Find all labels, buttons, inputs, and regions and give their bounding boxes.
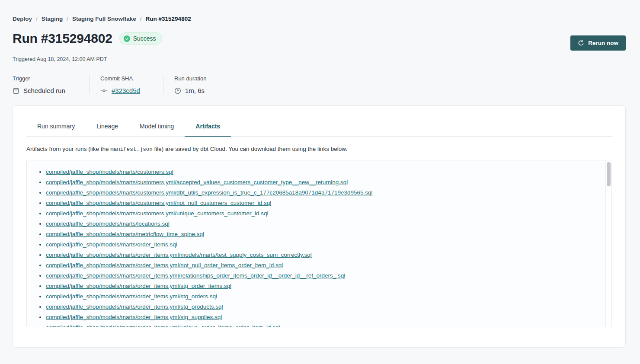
commit-sha-link[interactable]: #323cd5d: [112, 87, 140, 94]
run-detail-card: Run summary Lineage Model timing Artifac…: [13, 105, 626, 348]
artifact-file-link[interactable]: compiled/jaffle_shop/models/marts/order_…: [46, 314, 222, 320]
artifacts-list-box: compiled/jaffle_shop/models/marts/custom…: [26, 160, 612, 327]
meta-commit-label: Commit SHA: [100, 75, 152, 82]
meta-trigger: Trigger Scheduled run: [13, 75, 78, 94]
meta-commit: Commit SHA #323cd5d: [100, 75, 152, 94]
artifact-list-item: compiled/jaffle_shop/models/marts/order_…: [46, 271, 611, 281]
artifact-list-item: compiled/jaffle_shop/models/marts/order_…: [46, 291, 611, 302]
tab-bar: Run summary Lineage Model timing Artifac…: [26, 117, 612, 137]
breadcrumb-current-run: Run #315294802: [146, 16, 191, 22]
artifact-file-link[interactable]: compiled/jaffle_shop/models/marts/order_…: [46, 241, 177, 248]
artifact-list-item: compiled/jaffle_shop/models/marts/order_…: [46, 260, 611, 271]
run-detail-page: Deploy / Staging / Staging Full Snowflak…: [0, 0, 640, 348]
rerun-now-button[interactable]: Rerun now: [570, 35, 626, 51]
artifact-file-link[interactable]: compiled/jaffle_shop/models/marts/order_…: [46, 252, 312, 258]
artifact-file-link[interactable]: compiled/jaffle_shop/models/marts/locati…: [46, 220, 170, 227]
scrollbar-track[interactable]: [605, 160, 611, 327]
success-check-icon: [124, 35, 130, 42]
meta-divider: [89, 75, 90, 94]
artifact-file-link[interactable]: compiled/jaffle_shop/models/marts/custom…: [46, 200, 271, 206]
artifact-file-link[interactable]: compiled/jaffle_shop/models/marts/order_…: [46, 283, 231, 289]
artifact-file-link[interactable]: compiled/jaffle_shop/models/marts/order_…: [46, 272, 345, 279]
triggered-timestamp: Triggered Aug 18, 2024, 12:00 AM PDT: [13, 56, 626, 62]
breadcrumb-separator: /: [36, 16, 38, 22]
meta-duration-value: 1m, 6s: [185, 87, 205, 94]
calendar-icon: [13, 87, 19, 94]
tab-lineage[interactable]: Lineage: [86, 117, 129, 137]
manifest-json-code: manifest.json: [110, 147, 153, 153]
artifact-file-link[interactable]: compiled/jaffle_shop/models/marts/custom…: [46, 169, 173, 175]
meta-divider: [163, 75, 163, 94]
artifacts-description: Artifacts from your runs (like the manif…: [26, 146, 612, 153]
artifact-list-item: compiled/jaffle_shop/models/marts/order_…: [46, 322, 611, 327]
meta-duration: Run duration 1m, 6s: [174, 75, 206, 94]
tab-model-timing[interactable]: Model timing: [129, 117, 185, 137]
page-title: Run #315294802: [13, 31, 112, 46]
breadcrumb-separator: /: [140, 16, 142, 22]
breadcrumb: Deploy / Staging / Staging Full Snowflak…: [13, 0, 626, 22]
status-badge-label: Success: [133, 35, 156, 42]
artifact-file-link[interactable]: compiled/jaffle_shop/models/marts/custom…: [46, 179, 348, 185]
breadcrumb-staging[interactable]: Staging: [42, 16, 63, 22]
artifact-list-item: compiled/jaffle_shop/models/marts/metric…: [46, 229, 611, 239]
git-commit-icon: [100, 88, 108, 93]
artifact-list-item: compiled/jaffle_shop/models/marts/order_…: [46, 239, 611, 250]
page-header: Run #315294802 Success Rerun now: [13, 31, 626, 51]
status-badge: Success: [119, 32, 162, 45]
artifact-file-link[interactable]: compiled/jaffle_shop/models/marts/order_…: [46, 262, 283, 268]
artifacts-description-prefix: Artifacts from your runs (like the: [26, 146, 110, 152]
refresh-icon: [578, 40, 584, 46]
artifact-list-item: compiled/jaffle_shop/models/marts/custom…: [46, 188, 611, 198]
breadcrumb-job[interactable]: Staging Full Snowflake: [72, 16, 136, 22]
artifact-list-item: compiled/jaffle_shop/models/marts/custom…: [46, 208, 611, 219]
artifact-list-item: compiled/jaffle_shop/models/marts/custom…: [46, 198, 611, 208]
artifact-file-link[interactable]: compiled/jaffle_shop/models/marts/order_…: [46, 324, 280, 327]
meta-trigger-label: Trigger: [13, 75, 78, 82]
scrollbar-thumb[interactable]: [607, 162, 611, 186]
run-meta-row: Trigger Scheduled run Commit SHA: [13, 75, 626, 94]
artifacts-description-suffix: file) are saved by dbt Cloud. You can do…: [153, 146, 347, 152]
artifacts-list: compiled/jaffle_shop/models/marts/custom…: [27, 167, 611, 327]
tab-run-summary[interactable]: Run summary: [26, 117, 86, 137]
artifact-list-item: compiled/jaffle_shop/models/marts/order_…: [46, 281, 611, 291]
breadcrumb-deploy[interactable]: Deploy: [13, 16, 32, 22]
tab-artifacts[interactable]: Artifacts: [185, 117, 231, 137]
artifact-list-item: compiled/jaffle_shop/models/marts/order_…: [46, 312, 611, 322]
artifact-list-item: compiled/jaffle_shop/models/marts/custom…: [46, 177, 611, 188]
rerun-now-label: Rerun now: [588, 40, 618, 46]
artifact-file-link[interactable]: compiled/jaffle_shop/models/marts/custom…: [46, 189, 373, 196]
artifact-list-item: compiled/jaffle_shop/models/marts/custom…: [46, 167, 611, 177]
artifact-file-link[interactable]: compiled/jaffle_shop/models/marts/metric…: [46, 231, 204, 237]
breadcrumb-separator: /: [67, 16, 68, 22]
meta-trigger-value: Scheduled run: [23, 87, 65, 94]
artifact-file-link[interactable]: compiled/jaffle_shop/models/marts/order_…: [46, 293, 217, 300]
artifact-file-link[interactable]: compiled/jaffle_shop/models/marts/order_…: [46, 303, 223, 310]
clock-icon: [174, 87, 181, 94]
artifact-list-item: compiled/jaffle_shop/models/marts/order_…: [46, 302, 611, 312]
artifact-file-link[interactable]: compiled/jaffle_shop/models/marts/custom…: [46, 210, 268, 217]
meta-duration-label: Run duration: [174, 75, 206, 82]
artifact-list-item: compiled/jaffle_shop/models/marts/order_…: [46, 250, 611, 260]
artifact-list-item: compiled/jaffle_shop/models/marts/locati…: [46, 219, 611, 229]
